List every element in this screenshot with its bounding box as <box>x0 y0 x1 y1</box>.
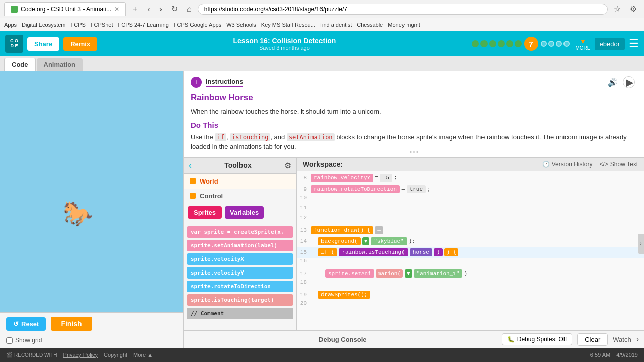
block-rotate-direction[interactable]: sprite.rotateToDirection <box>187 281 293 292</box>
watch-button[interactable]: Watch <box>613 336 631 343</box>
bookmark-fcps247[interactable]: FCPS 24-7 Learning <box>118 22 168 28</box>
bookmark-money[interactable]: Money mgmt <box>388 22 420 28</box>
block-velocity-y[interactable]: sprite.velocityY <box>187 267 293 279</box>
bookmark-google-apps[interactable]: FCPS Google Apps <box>174 22 221 28</box>
play-button[interactable]: ▶ <box>623 76 635 88</box>
browser-tab[interactable]: Code.org - CSD Unit 3 - Animati... ✕ <box>4 2 126 16</box>
code-line-18: 18 <box>297 279 644 289</box>
code-line-8: 8 rainbow.velocityY = -5 ; <box>297 172 644 184</box>
code-line-17: 17 sprite.setAni mation( ▼ "animation_1"… <box>297 268 644 279</box>
variables-category-button[interactable]: Variables <box>225 206 264 219</box>
recorded-label: 🎬 RECORDED WITH <box>6 352 57 358</box>
block-create-sprite[interactable]: var sprite = createSprite(x, <box>187 226 293 238</box>
instructions-icon: i <box>191 77 202 88</box>
back-button[interactable]: ‹ <box>144 4 153 15</box>
forward-button[interactable]: › <box>156 4 165 15</box>
home-button[interactable]: ⌂ <box>184 4 195 15</box>
sprites-category-button[interactable]: Sprites <box>188 206 222 219</box>
tab-animation[interactable]: Animation <box>37 58 83 71</box>
level-badge: 7 <box>524 37 538 51</box>
bug-icon: 🐛 <box>507 336 515 343</box>
version-history-button[interactable]: 🕐 Version History <box>542 161 593 168</box>
category-world-label: World <box>200 177 218 185</box>
code-line-10: 10 <box>297 195 644 205</box>
bookmark-dentist[interactable]: find a dentist <box>320 22 352 28</box>
code-line-9: 9 rainbow.rotateToDirection = true ; <box>297 184 644 195</box>
category-control-label: Control <box>200 192 223 200</box>
tab-title: Code.org - CSD Unit 3 - Animati... <box>21 6 111 13</box>
block-velocity-x[interactable]: sprite.velocityX <box>187 253 293 265</box>
code-icon: </> <box>599 161 608 168</box>
clear-button[interactable]: Clear <box>577 333 608 346</box>
code-line-11: 11 <box>297 205 644 215</box>
debug-sprites-button[interactable]: 🐛 Debug Sprites: Off <box>502 333 573 345</box>
grid-checkbox-input[interactable] <box>6 337 13 344</box>
instructions-description: When the rainbow touches the horse, it s… <box>191 107 635 117</box>
reset-button[interactable]: ↺ // CommentReset <box>6 317 46 331</box>
history-icon: 🕐 <box>542 161 550 168</box>
workspace-label: Workspace: <box>303 160 343 168</box>
toolbox-gear-icon[interactable]: ⚙ <box>284 161 291 170</box>
close-tab-icon[interactable]: ✕ <box>114 6 119 13</box>
code-line-15: 15 if ( rainbow.isTouching( horse ) ) { <box>297 247 644 258</box>
remix-button[interactable]: Remix <box>63 37 97 51</box>
footer-privacy[interactable]: Privacy Policy <box>63 352 98 358</box>
code-line-19: 19 drawSprites(); <box>297 289 644 300</box>
lesson-title: Lesson 16: Collision Detection <box>101 37 467 45</box>
category-control[interactable]: Control <box>184 189 296 203</box>
code-line-13: 13 function draw() { — <box>297 225 644 236</box>
category-world[interactable]: World <box>184 174 296 189</box>
toolbox-back-button[interactable]: ‹ <box>189 160 192 171</box>
share-button[interactable]: Share <box>27 37 59 51</box>
bookmark-star[interactable]: ☆ <box>611 3 624 15</box>
show-grid-checkbox[interactable]: Show grid <box>6 337 177 344</box>
instructions-subtitle: Do This <box>191 121 635 129</box>
bookmark-fcpsnet[interactable]: FCPSnet <box>91 22 113 28</box>
audio-button[interactable]: 🔊 <box>608 78 618 87</box>
bookmark-chessable[interactable]: Chessable <box>357 22 383 28</box>
block-comment[interactable]: // Comment <box>187 308 293 319</box>
debug-arrow-right[interactable]: › <box>636 335 639 344</box>
instructions-tab-label[interactable]: Instructions <box>206 78 243 87</box>
screencast-icon: 🎬 <box>6 352 12 358</box>
bookmark-digital-ecosystem[interactable]: Digital Ecosystem <box>22 22 65 28</box>
address-bar[interactable] <box>198 4 608 15</box>
game-canvas: 🐎 <box>0 71 183 312</box>
toolbox-title: Toolbox <box>224 161 251 169</box>
saved-text: Saved 3 months ago <box>101 45 467 51</box>
debug-console-label: Debug Console <box>189 336 497 343</box>
code-line-12: 12 <box>297 215 644 225</box>
new-tab-button[interactable]: + <box>129 3 141 16</box>
system-date: 4/9/2019 <box>616 352 638 358</box>
logo: C O D E <box>5 35 23 53</box>
code-line-16: 16 <box>297 258 644 268</box>
bookmark-apps[interactable]: Apps <box>4 22 17 28</box>
tab-code[interactable]: Code <box>4 58 36 71</box>
finish-button[interactable]: Finish <box>51 317 92 331</box>
show-text-button[interactable]: </> Show Text <box>599 161 638 168</box>
reset-icon: ↺ <box>13 320 19 328</box>
horse-sprite: 🐎 <box>63 200 93 228</box>
code-line-20: 20 <box>297 300 644 310</box>
block-set-animation[interactable]: sprite.setAnimation(label) <box>187 240 293 251</box>
bookmark-fcps[interactable]: FCPS <box>71 22 86 28</box>
panel-collapse-handle[interactable]: › <box>638 234 644 254</box>
instructions-title: Rainbow Horse <box>191 93 635 103</box>
extensions-button[interactable]: ⚙ <box>627 3 640 15</box>
code-line-14: 14 background( ▼ "skyblue" ); <box>297 236 644 247</box>
footer-more[interactable]: More ▲ <box>133 352 153 358</box>
refresh-button[interactable]: ↻ <box>168 3 181 15</box>
more-label[interactable]: MORE <box>576 45 591 51</box>
user-button[interactable]: ebedor <box>595 38 625 50</box>
block-is-touching[interactable]: sprite.isTouching(target) <box>187 294 293 306</box>
bookmark-key-ms[interactable]: Key MS Staff Resou... <box>261 22 315 28</box>
system-time: 6:59 AM <box>590 352 610 358</box>
footer-copyright: Copyright <box>104 352 127 358</box>
bookmark-w3schools[interactable]: W3 Schools <box>226 22 256 28</box>
hamburger-menu[interactable]: ☰ <box>629 37 639 50</box>
